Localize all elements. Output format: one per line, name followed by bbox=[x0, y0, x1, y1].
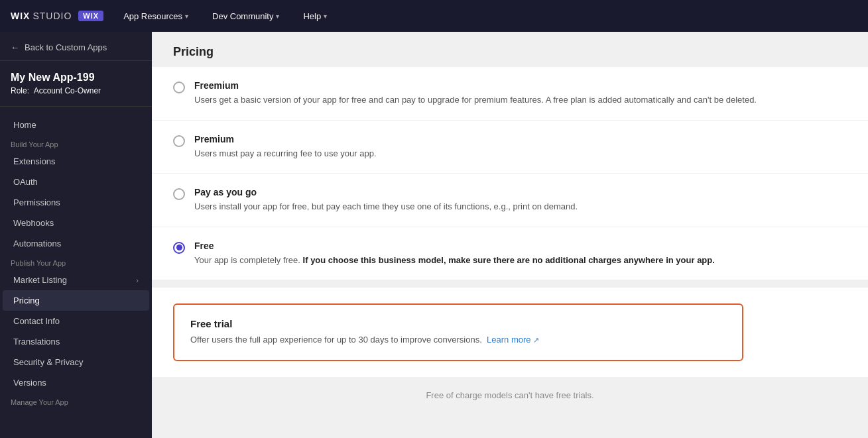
payg-content: Pay as you go Users install your app for… bbox=[194, 187, 847, 213]
pricing-label: Pricing bbox=[13, 296, 40, 305]
footer-note: Free of charge models can't have free tr… bbox=[152, 377, 868, 413]
premium-desc: Users must pay a recurring fee to use yo… bbox=[194, 147, 847, 160]
extensions-label: Extensions bbox=[13, 156, 56, 166]
pricing-option-freemium[interactable]: Freemium Users get a basic version of yo… bbox=[152, 67, 868, 121]
dev-community-label: Dev Community bbox=[212, 11, 273, 21]
sidebar-item-home[interactable]: Home bbox=[3, 115, 149, 135]
sidebar-item-automations[interactable]: Automations bbox=[3, 233, 149, 254]
sidebar-item-security-privacy[interactable]: Security & Privacy bbox=[3, 352, 149, 372]
dev-community-chevron: ▾ bbox=[276, 13, 279, 20]
role-value: Account Co-Owner bbox=[34, 86, 101, 95]
free-title: Free bbox=[194, 241, 847, 251]
sidebar-item-oauth[interactable]: OAuth bbox=[3, 172, 149, 192]
back-arrow-icon: ← bbox=[11, 42, 19, 52]
permissions-label: Permissions bbox=[13, 197, 60, 207]
app-role: Role: Account Co-Owner bbox=[11, 86, 141, 95]
free-trial-desc-text: Offer users the full app experience for … bbox=[190, 335, 482, 345]
free-trial-section: Free trial Offer users the full app expe… bbox=[152, 288, 868, 377]
translations-label: Translations bbox=[13, 337, 60, 347]
top-nav: WIX STUDIO WIX App Resources ▾ Dev Commu… bbox=[0, 0, 868, 32]
market-listing-label: Market Listing bbox=[13, 275, 67, 285]
free-desc-bold: If you choose this business model, make … bbox=[303, 255, 715, 265]
market-listing-arrow: › bbox=[136, 276, 139, 284]
free-desc-plain: Your app is completely free. bbox=[194, 255, 300, 265]
app-resources-menu[interactable]: App Resources ▾ bbox=[119, 9, 192, 24]
premium-radio[interactable] bbox=[173, 135, 185, 147]
freemium-title: Freemium bbox=[194, 80, 847, 91]
wix-logo: WIX STUDIO WIX bbox=[11, 11, 103, 21]
sidebar-section-build: Build Your App bbox=[0, 135, 152, 151]
versions-label: Versions bbox=[13, 378, 46, 388]
sidebar-divider-1 bbox=[0, 106, 152, 107]
external-link-icon: ↗ bbox=[533, 335, 539, 346]
back-label: Back to Custom Apps bbox=[25, 42, 107, 52]
back-to-custom-apps[interactable]: ← Back to Custom Apps bbox=[0, 32, 152, 61]
premium-title: Premium bbox=[194, 134, 847, 144]
contact-info-label: Contact Info bbox=[13, 316, 60, 326]
page-title: Pricing bbox=[173, 45, 847, 59]
free-desc: Your app is completely free. If you choo… bbox=[194, 254, 847, 267]
free-trial-desc: Offer users the full app experience for … bbox=[190, 333, 726, 347]
role-prefix: Role: bbox=[11, 86, 29, 95]
sidebar-item-webhooks[interactable]: Webhooks bbox=[3, 213, 149, 233]
webhooks-label: Webhooks bbox=[13, 218, 54, 228]
sidebar-home-label: Home bbox=[13, 120, 36, 130]
app-resources-chevron: ▾ bbox=[185, 13, 188, 20]
payg-desc: Users install your app for free, but pay… bbox=[194, 200, 847, 213]
sidebar: ← Back to Custom Apps My New App-199 Rol… bbox=[0, 32, 152, 438]
studio-text: STUDIO bbox=[32, 11, 72, 21]
freemium-radio[interactable] bbox=[173, 82, 185, 93]
pricing-option-premium[interactable]: Premium Users must pay a recurring fee t… bbox=[152, 121, 868, 174]
sidebar-item-contact-info[interactable]: Contact Info bbox=[3, 311, 149, 331]
app-resources-label: App Resources bbox=[123, 11, 182, 21]
help-chevron: ▾ bbox=[324, 13, 327, 20]
dev-community-menu[interactable]: Dev Community ▾ bbox=[208, 9, 283, 24]
sidebar-app-info: My New App-199 Role: Account Co-Owner bbox=[0, 61, 152, 101]
premium-content: Premium Users must pay a recurring fee t… bbox=[194, 134, 847, 160]
automations-label: Automations bbox=[13, 239, 61, 248]
sidebar-section-publish: Publish Your App bbox=[0, 254, 152, 270]
wix-badge: WIX bbox=[78, 11, 103, 21]
sidebar-item-translations[interactable]: Translations bbox=[3, 331, 149, 352]
sidebar-item-permissions[interactable]: Permissions bbox=[3, 192, 149, 213]
page-header: Pricing bbox=[152, 32, 868, 67]
free-trial-card: Free trial Offer users the full app expe… bbox=[173, 303, 743, 361]
learn-more-link[interactable]: Learn more ↗ bbox=[487, 333, 538, 347]
freemium-content: Freemium Users get a basic version of yo… bbox=[194, 80, 847, 107]
security-privacy-label: Security & Privacy bbox=[13, 357, 83, 367]
main-content: Pricing Freemium Users get a basic versi… bbox=[152, 32, 868, 438]
free-trial-title: Free trial bbox=[190, 318, 726, 329]
payg-title: Pay as you go bbox=[194, 187, 847, 197]
freemium-desc: Users get a basic version of your app fo… bbox=[194, 93, 847, 107]
pricing-options-section: Freemium Users get a basic version of yo… bbox=[152, 67, 868, 280]
oauth-label: OAuth bbox=[13, 177, 38, 187]
main-layout: ← Back to Custom Apps My New App-199 Rol… bbox=[0, 32, 868, 438]
sidebar-item-extensions[interactable]: Extensions bbox=[3, 151, 149, 172]
sidebar-item-market-listing[interactable]: Market Listing › bbox=[3, 270, 149, 290]
learn-more-text: Learn more bbox=[487, 333, 530, 347]
pricing-option-free[interactable]: Free Your app is completely free. If you… bbox=[152, 227, 868, 280]
help-menu[interactable]: Help ▾ bbox=[299, 9, 331, 24]
free-radio[interactable] bbox=[173, 242, 185, 254]
sidebar-item-versions[interactable]: Versions bbox=[3, 372, 149, 393]
wix-text: WIX bbox=[11, 11, 30, 21]
sidebar-section-manage: Manage Your App bbox=[0, 393, 152, 409]
app-name: My New App-199 bbox=[11, 72, 141, 83]
pricing-option-payg[interactable]: Pay as you go Users install your app for… bbox=[152, 174, 868, 227]
help-label: Help bbox=[303, 11, 321, 21]
free-content: Free Your app is completely free. If you… bbox=[194, 241, 847, 267]
payg-radio[interactable] bbox=[173, 188, 185, 200]
sidebar-nav: Home Build Your App Extensions OAuth Per… bbox=[0, 112, 152, 438]
sidebar-item-pricing[interactable]: Pricing bbox=[3, 290, 149, 311]
